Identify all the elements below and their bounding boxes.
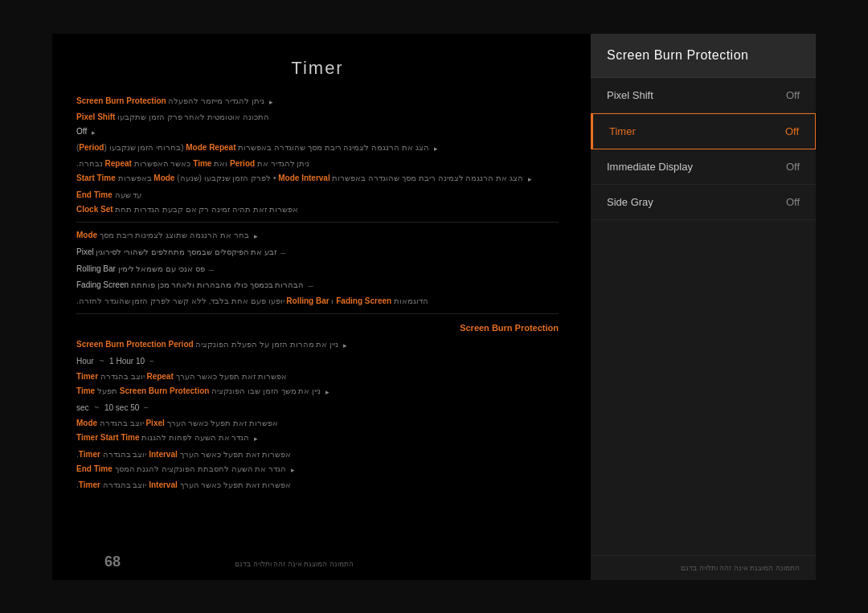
interval-text: הצג את הרנגמה לצמינה ריבת מסך שהוגדרה בא… [76, 172, 523, 184]
sidebar-bottom-note: התמונה המוצגת אינה זהה ותלויה בדגם [591, 555, 816, 580]
divider-2 [76, 313, 559, 314]
menu-value-side-gray: Off [786, 196, 800, 208]
mode-text: בחר את הרנגמה שתוצג לצמינות ריבת מסך Mod… [76, 229, 249, 241]
intro-text-2: התכונה אוטומטית לאחר פרק הזמן שתקבעו Pix… [76, 111, 269, 123]
sidebar-title: Screen Burn Protection [607, 48, 800, 63]
bullet-off: ▸ [92, 127, 96, 139]
clock-set-text: אפשרות זאת תהיה זמינה רק אם קבעת הגדרות … [76, 203, 298, 215]
intro-line-2: התכונה אוטומטית לאחר פרק הזמן שתקבעו Pix… [76, 111, 559, 123]
time-line: ▸ ניין את משך הזמן שבו הפונקציה Screen B… [76, 385, 559, 398]
menu-label-timer: Timer [609, 125, 636, 137]
end-interval-text: אפשרות זאת תפעל כאשר הערך Interval יוצב … [76, 479, 291, 491]
period-line: ▸ ניין את מהרות הזמן על הפעלת הפונקציה S… [76, 338, 559, 352]
end-time-text2: הגדר את השעה לחסבתת הפונקציה להגנת המסך … [76, 463, 286, 475]
period-text: ניין את מהרות הזמן על הפעלת הפונקציה Scr… [76, 338, 338, 350]
mode-sub-list: – זבע את הפיקסלים שבמסך מתחלפים לשהורי ל… [76, 245, 547, 293]
sec-range: – 50 sec ~ 10 sec [76, 401, 559, 415]
range-10sec: 10 sec [104, 403, 128, 412]
start-time-text: הגדר את השעה לפחות להגנות Timer Start Ti… [76, 431, 249, 443]
interval-line: ▸ הצג את הרנגמה לצמינה ריבת מסך שהוגדרה … [76, 172, 559, 186]
interval-timer-text: אפשרות זאת תפעל כאשר הערך Interval יוצב … [76, 448, 291, 460]
page-title: Timer [76, 58, 559, 79]
bullet-interval: ▸ [528, 174, 532, 186]
demo-note-text: הדוגמאות Fading Screen ו Rolling Bar יופ… [76, 295, 428, 307]
pixel-item: – זבע את הפיקסלים שבמסך מתחלפים לשהורי ל… [76, 245, 547, 260]
interval-timer-note: אפשרות זאת תפעל כאשר הערך Interval יוצב … [76, 448, 559, 460]
menu-label-immediate-display: Immediate Display [607, 161, 693, 173]
bullet-repeat: ▸ [434, 143, 438, 155]
intro-text-1: ניתן להגדיר מייזמר להפעלה Screen Burn Pr… [76, 95, 264, 107]
page-number: 68 [104, 554, 121, 570]
range-values: 10 Hour ~ 1 Hour [76, 354, 145, 368]
range-1hour: 1 Hour [109, 357, 133, 366]
end-interval-note: אפשרות זאת תפעל כאשר הערך Interval יוצב … [76, 479, 559, 491]
pixel-text: זבע את הפיקסלים שבמסך מתחלפים לשהורי לסי… [76, 245, 276, 259]
repeat-line: ▸ הצג את הרנגמה לצמינה ריבת מסך שהוגדרה … [76, 141, 559, 155]
bullet-mode: ▸ [254, 231, 258, 243]
sidebar-menu: Pixel Shift Off Timer Off Immediate Disp… [591, 78, 816, 555]
hour-range: – 10 Hour ~ 1 Hour [76, 354, 559, 368]
time-text: ניין את משך הזמן שבו הפונקציה Screen Bur… [76, 385, 321, 397]
menu-value-immediate-display: Off [786, 161, 800, 173]
bullet-start-time: ▸ [254, 433, 258, 445]
rolling-bar-item: – פס אנכי עם משמאל לימין Rolling Bar [76, 262, 547, 277]
bullet-period: ▸ [343, 340, 347, 352]
demo-note: הדוגמאות Fading Screen ו Rolling Bar יופ… [76, 295, 559, 307]
fading-screen-item: – הבהרות בכמסך כולו מהבהרות ולאחר מכן פו… [76, 278, 547, 293]
menu-item-immediate-display[interactable]: Immediate Display Off [591, 149, 816, 185]
menu-value-timer: Off [785, 125, 799, 137]
bullet-end-time: ▸ [291, 464, 295, 476]
bullet-sec: – [144, 402, 148, 414]
rolling-bar-text: פס אנכי עם משמאל לימין Rolling Bar [76, 262, 205, 276]
pixel-mode-note: אפשרות זאת תפעל כאשר הערך Pixel יוצב בהג… [76, 417, 559, 429]
bullet-range: – [149, 355, 154, 367]
start-time-line: ▸ הגדר את השעה לפחות להגנות Timer Start … [76, 431, 559, 445]
timer-note-line: אפשרות זאת תפעל כאשר הערך Repeat יוצב בה… [76, 370, 559, 382]
menu-label-pixel-shift: Pixel Shift [607, 89, 653, 101]
bullet-time: ▸ [326, 386, 330, 398]
off-text: Off [76, 125, 87, 137]
menu-value-pixel-shift: Off [786, 89, 800, 101]
mode-line: ▸ בחר את הרנגמה שתוצג לצמינות ריבת מסך M… [76, 229, 559, 243]
sidebar-header: Screen Burn Protection [591, 34, 816, 78]
bullet: ▸ [269, 96, 273, 108]
menu-label-side-gray: Side Gray [607, 196, 653, 208]
outer-container: Timer ▸ ניתן להגדיר מייזמר להפעלה Screen… [0, 0, 868, 613]
content-lines: ▸ ניתן להגדיר מייזמר להפעלה Screen Burn … [76, 95, 559, 491]
menu-item-timer[interactable]: Timer Off [591, 113, 816, 149]
fading-screen-text: הבהרות בכמסך כולו מהבהרות ולאחר מכן פוחת… [76, 278, 305, 292]
timer-note-text: אפשרות זאת תפעל כאשר הערך Repeat יוצב בה… [76, 370, 287, 382]
end-time-text: עד שעה End Time [76, 189, 141, 201]
intro-line-1: ▸ ניתן להגדיר מייזמר להפעלה Screen Burn … [76, 95, 559, 108]
repeat-text: הצג את הרנגמה לצמינה ריבת מסך שהוגדרה בא… [76, 141, 429, 153]
menu-item-side-gray[interactable]: Side Gray Off [591, 185, 816, 220]
end-time-line2: ▸ הגדר את השעה לחסבתת הפונקציה להגנת המס… [76, 463, 559, 476]
pixel-mode-text: אפשרות זאת תפעל כאשר הערך Pixel יוצב בהג… [76, 417, 278, 429]
clock-set-line: אפשרות זאת תהיה זמינה רק אם קבעת הגדרות … [76, 203, 559, 215]
divider-1 [76, 222, 559, 223]
screen-burn-header: Screen Burn Protection [76, 321, 559, 336]
repeat-note: ניתן להגדיר את Period ואת Time כאשר האפש… [76, 157, 559, 170]
menu-item-pixel-shift[interactable]: Pixel Shift Off [591, 78, 816, 113]
off-line: ▸ Off [76, 125, 559, 139]
end-time-line: עד שעה End Time [76, 189, 559, 201]
bottom-note: התמונה המוצגת אינה זהה ותלויה בדגם [235, 560, 354, 568]
right-panel: Screen Burn Protection Pixel Shift Off T… [591, 34, 816, 580]
sec-range-values: 50 sec ~ 10 sec [76, 401, 139, 415]
left-panel: Timer ▸ ניתן להגדיר מייזמר להפעלה Screen… [52, 34, 591, 580]
repeat-note-text: ניתן להגדיר את Period ואת Time כאשר האפש… [76, 157, 309, 170]
main-content: Timer ▸ ניתן להגדיר מייזמר להפעלה Screen… [52, 34, 816, 580]
